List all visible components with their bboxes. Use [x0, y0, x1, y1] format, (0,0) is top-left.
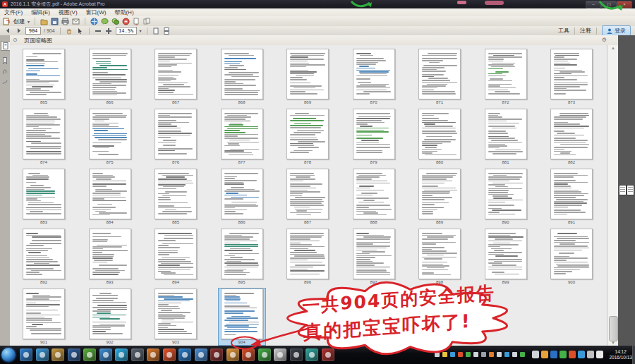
- notification-area-icon[interactable]: [541, 351, 548, 358]
- zoom-out-icon[interactable]: [95, 27, 102, 35]
- scroll-up-icon[interactable]: ▲: [607, 45, 619, 51]
- page-thumbnail[interactable]: 898: [416, 229, 463, 285]
- taskbar-app-icon[interactable]: [131, 348, 144, 361]
- taskbar-app-icon[interactable]: [36, 348, 49, 361]
- panel-settings-gear-icon[interactable]: ⚙: [602, 37, 607, 44]
- system-tray-icon[interactable]: [497, 352, 502, 357]
- page-thumbnail[interactable]: 901: [20, 289, 67, 345]
- system-tray-icon[interactable]: [458, 352, 463, 357]
- sign-in-button[interactable]: 登录: [602, 25, 631, 36]
- combine-files-icon[interactable]: [143, 18, 151, 25]
- page-thumbnail[interactable]: 889: [416, 169, 463, 225]
- taskbar-app-icon[interactable]: [290, 348, 303, 361]
- comment-panel-button[interactable]: 注释: [580, 27, 591, 35]
- taskbar-clock[interactable]: 14:12 2016/10/13: [609, 349, 632, 360]
- page-thumbnail[interactable]: 884: [87, 169, 133, 225]
- page-thumbnail[interactable]: 892: [20, 229, 67, 285]
- page-thumbnail[interactable]: 904: [219, 289, 265, 345]
- taskbar-app-icon[interactable]: [179, 348, 191, 361]
- create-button[interactable]: 创建: [13, 18, 25, 25]
- menu-item-0[interactable]: 文件(F): [0, 8, 27, 16]
- system-tray-icon[interactable]: [450, 352, 455, 357]
- page-thumbnail[interactable]: 878: [284, 109, 331, 165]
- page-thumbnail[interactable]: 894: [152, 229, 199, 285]
- page-thumbnail[interactable]: 899: [483, 229, 529, 285]
- page-thumbnail[interactable]: 871: [416, 49, 463, 105]
- page-thumbnail[interactable]: 896: [284, 229, 331, 285]
- page-thumbnails-tab-icon[interactable]: [1, 41, 11, 51]
- page-thumbnail[interactable]: 881: [483, 109, 529, 165]
- notification-area-icon[interactable]: [569, 351, 576, 358]
- save-icon[interactable]: [51, 18, 59, 25]
- page-thumbnail[interactable]: 902: [87, 289, 133, 345]
- attachments-tab-icon[interactable]: [1, 68, 8, 76]
- taskbar-app-icon[interactable]: [195, 348, 207, 361]
- taskbar-app-icon[interactable]: [258, 348, 271, 361]
- create-dropdown-caret[interactable]: ▾: [28, 19, 30, 24]
- print-icon[interactable]: [61, 18, 69, 25]
- menu-item-4[interactable]: 帮助(H): [110, 8, 138, 16]
- minimize-button[interactable]: –: [586, 1, 601, 8]
- system-tray-icon[interactable]: [481, 352, 486, 357]
- page-thumbnail[interactable]: 895: [219, 229, 265, 285]
- page-thumbnail[interactable]: 874: [20, 109, 67, 165]
- open-file-icon[interactable]: [40, 18, 48, 25]
- system-tray-icon[interactable]: [435, 352, 440, 357]
- protect-icon[interactable]: [122, 18, 130, 25]
- start-button[interactable]: [1, 348, 16, 362]
- taskbar-app-icon[interactable]: [52, 348, 64, 361]
- page-thumbnail[interactable]: 875: [87, 109, 133, 165]
- page-thumbnail[interactable]: 866: [87, 49, 133, 105]
- page-thumbnail[interactable]: 880: [416, 109, 463, 165]
- system-tray-icon[interactable]: [504, 352, 509, 357]
- review-icon[interactable]: [111, 18, 119, 25]
- page-thumbnail[interactable]: 869: [284, 49, 331, 105]
- notification-area-icon[interactable]: [587, 351, 594, 358]
- system-tray-icon[interactable]: [466, 352, 471, 357]
- page-thumbnail[interactable]: 897: [351, 229, 397, 285]
- system-tray-icon[interactable]: [520, 352, 525, 357]
- taskbar-app-icon[interactable]: [115, 348, 128, 361]
- scroll-down-icon[interactable]: ▼: [607, 340, 619, 346]
- single-page-view-icon[interactable]: [152, 27, 160, 35]
- system-tray-icon[interactable]: [489, 352, 494, 357]
- taskbar-app-icon[interactable]: [210, 348, 223, 361]
- page-thumbnail[interactable]: 877: [219, 109, 265, 165]
- taskbar-app-icon[interactable]: [242, 348, 255, 361]
- page-thumbnail[interactable]: 870: [351, 49, 397, 105]
- page-thumbnail[interactable]: 887: [284, 169, 331, 225]
- page-thumbnail[interactable]: 900: [548, 229, 595, 285]
- notification-area-icon[interactable]: [578, 351, 585, 358]
- notification-area-icon[interactable]: [550, 351, 557, 358]
- export-file-icon[interactable]: [133, 18, 140, 25]
- page-thumbnail[interactable]: 882: [548, 109, 595, 165]
- page-thumbnail[interactable]: 890: [483, 169, 529, 225]
- close-button[interactable]: ×: [617, 1, 632, 8]
- taskbar-app-icon[interactable]: [147, 348, 159, 361]
- taskbar-app-icon[interactable]: [306, 348, 318, 361]
- notification-area-icon[interactable]: [532, 351, 539, 358]
- maximize-button[interactable]: ▢: [601, 1, 617, 8]
- taskbar-app-icon[interactable]: [99, 348, 112, 361]
- scrollbar-thumb[interactable]: [609, 316, 618, 341]
- menu-item-2[interactable]: 视图(V): [54, 8, 82, 16]
- page-thumbnail[interactable]: 872: [483, 49, 529, 105]
- taskbar-app-icon[interactable]: [163, 348, 176, 361]
- page-thumbnail[interactable]: 888: [351, 169, 397, 225]
- tools-panel-button[interactable]: 工具: [558, 27, 569, 35]
- notification-area-icon[interactable]: [596, 351, 603, 358]
- zoom-dropdown-caret[interactable]: ▾: [140, 28, 142, 33]
- share-icon[interactable]: [90, 18, 98, 25]
- previous-page-icon[interactable]: [4, 27, 12, 35]
- page-thumbnail[interactable]: 891: [548, 169, 595, 225]
- page-thumbnail[interactable]: 868: [219, 49, 265, 105]
- signatures-tab-icon[interactable]: [1, 78, 8, 86]
- page-thumbnail[interactable]: 893: [87, 229, 133, 285]
- zoom-in-icon[interactable]: [105, 27, 113, 35]
- page-thumbnail[interactable]: 903: [152, 289, 199, 345]
- taskbar-app-icon[interactable]: [20, 348, 32, 361]
- system-tray-icon[interactable]: [442, 352, 447, 357]
- taskbar-app-icon[interactable]: [322, 348, 334, 361]
- bookmarks-tab-icon[interactable]: [1, 56, 8, 65]
- menu-item-1[interactable]: 编辑(E): [27, 8, 54, 16]
